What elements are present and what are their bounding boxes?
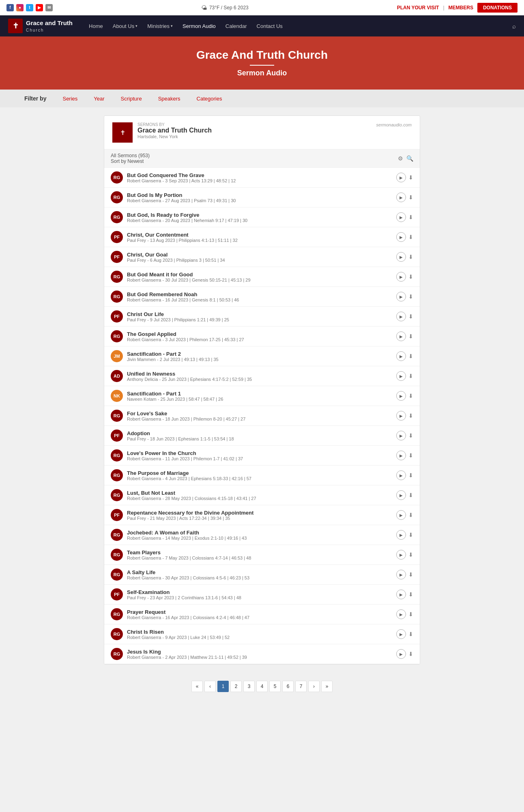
instagram-icon[interactable]: ● [16, 4, 24, 11]
play-button[interactable]: ▶ [396, 451, 406, 460]
download-icon[interactable]: ⬇ [408, 452, 413, 459]
nav-home[interactable]: Home [85, 21, 107, 32]
download-icon[interactable]: ⬇ [408, 651, 413, 657]
first-page-button[interactable]: « [191, 681, 203, 692]
download-icon[interactable]: ⬇ [408, 234, 413, 240]
download-icon[interactable]: ⬇ [408, 611, 413, 618]
page-4-button[interactable]: 4 [256, 681, 268, 692]
filter-control-icon[interactable]: ⚙ [398, 155, 403, 162]
download-icon[interactable]: ⬇ [408, 353, 413, 359]
play-button[interactable]: ▶ [396, 649, 406, 659]
prev-page-button[interactable]: ‹ [204, 681, 216, 692]
download-icon[interactable]: ⬇ [408, 214, 413, 220]
play-button[interactable]: ▶ [396, 212, 406, 222]
play-button[interactable]: ▶ [396, 391, 406, 401]
page-3-button[interactable]: 3 [243, 681, 255, 692]
page-7-button[interactable]: 7 [295, 681, 307, 692]
download-icon[interactable]: ⬇ [408, 333, 413, 340]
sermon-title: But God, Is Ready to Forgive [127, 212, 392, 218]
sermon-meta: Robert Gianserra - 28 May 2023 | Colossi… [127, 496, 392, 501]
download-icon[interactable]: ⬇ [408, 174, 413, 181]
members-link[interactable]: MEMBERS [449, 5, 473, 11]
download-icon[interactable]: ⬇ [408, 591, 413, 598]
search-icon[interactable]: ⌕ [512, 23, 516, 30]
play-button[interactable]: ▶ [396, 411, 406, 421]
sermon-row: RG Love's Power In the Church Robert Gia… [104, 446, 420, 466]
filter-categories[interactable]: Categories [197, 96, 222, 102]
page-6-button[interactable]: 6 [282, 681, 294, 692]
search-control-icon[interactable]: 🔍 [406, 155, 413, 162]
download-icon[interactable]: ⬇ [408, 472, 413, 479]
download-icon[interactable]: ⬇ [408, 532, 413, 538]
facebook-icon[interactable]: f [6, 4, 14, 11]
sermon-actions: ▶ ⬇ [396, 590, 413, 599]
twitter-icon[interactable]: t [26, 4, 33, 11]
play-button[interactable]: ▶ [396, 550, 406, 560]
download-icon[interactable]: ⬇ [408, 492, 413, 498]
nav-calendar[interactable]: Calendar [221, 21, 251, 32]
page-2-button[interactable]: 2 [230, 681, 242, 692]
download-icon[interactable]: ⬇ [408, 631, 413, 637]
play-button[interactable]: ▶ [396, 609, 406, 619]
page-1-button[interactable]: 1 [217, 681, 229, 692]
hero-subtitle: Sermon Audio [8, 69, 516, 77]
nav-logo[interactable]: ✝ Grace and Truth Church [8, 19, 73, 33]
play-button[interactable]: ▶ [396, 192, 406, 202]
nav-contact-us[interactable]: Contact Us [253, 21, 287, 32]
play-button[interactable]: ▶ [396, 490, 406, 500]
play-button[interactable]: ▶ [396, 570, 406, 579]
play-button[interactable]: ▶ [396, 252, 406, 262]
play-button[interactable]: ▶ [396, 331, 406, 341]
play-button[interactable]: ▶ [396, 232, 406, 242]
download-icon[interactable]: ⬇ [408, 274, 413, 280]
nav-sermon-audio[interactable]: Sermon Audio [178, 21, 220, 32]
sermon-info: Love's Power In the Church Robert Gianse… [127, 450, 392, 461]
top-bar: f ● t ▶ ✉ 🌤 73°F / Sep 6 2023 PLAN YOUR … [0, 0, 524, 15]
play-button[interactable]: ▶ [396, 510, 406, 520]
nav-ministries[interactable]: Ministries ▾ [143, 21, 177, 32]
download-icon[interactable]: ⬇ [408, 313, 413, 320]
sermon-actions: ▶ ⬇ [396, 431, 413, 440]
play-button[interactable]: ▶ [396, 312, 406, 321]
sermon-meta: Robert Gianserra - 20 Aug 2023 | Nehemia… [127, 218, 392, 223]
download-icon[interactable]: ⬇ [408, 512, 413, 518]
nav-about-us[interactable]: About Us ▾ [109, 21, 142, 32]
sermon-meta: Robert Gianserra - 14 May 2023 | Exodus … [127, 536, 392, 541]
plan-visit-link[interactable]: PLAN YOUR VISIT [397, 5, 439, 11]
download-icon[interactable]: ⬇ [408, 254, 413, 260]
sermon-row: RG But God Meant it for Good Robert Gian… [104, 267, 420, 287]
sermon-info: Adoption Paul Frey - 18 Jun 2023 | Ephes… [127, 430, 392, 441]
filter-series[interactable]: Series [62, 96, 77, 102]
play-button[interactable]: ▶ [396, 590, 406, 599]
sermon-header-left: ✝ SERMONS BY Grace and Truth Church Hart… [112, 122, 212, 143]
download-icon[interactable]: ⬇ [408, 293, 413, 300]
filter-scripture[interactable]: Scripture [121, 96, 142, 102]
play-button[interactable]: ▶ [396, 351, 406, 361]
download-icon[interactable]: ⬇ [408, 412, 413, 419]
email-icon[interactable]: ✉ [45, 4, 53, 11]
download-icon[interactable]: ⬇ [408, 551, 413, 558]
play-button[interactable]: ▶ [396, 173, 406, 182]
play-button[interactable]: ▶ [396, 371, 406, 381]
sermon-avatar: PF [111, 588, 123, 600]
download-icon[interactable]: ⬇ [408, 571, 413, 578]
youtube-icon[interactable]: ▶ [36, 4, 43, 11]
download-icon[interactable]: ⬇ [408, 432, 413, 439]
download-icon[interactable]: ⬇ [408, 393, 413, 399]
sermon-avatar: RG [111, 271, 123, 283]
play-button[interactable]: ▶ [396, 292, 406, 301]
play-button[interactable]: ▶ [396, 629, 406, 639]
play-button[interactable]: ▶ [396, 530, 406, 540]
play-button[interactable]: ▶ [396, 431, 406, 440]
filter-year[interactable]: Year [94, 96, 104, 102]
play-button[interactable]: ▶ [396, 272, 406, 282]
sermon-row: PF Christ, Our Goal Paul Frey - 6 Aug 20… [104, 247, 420, 267]
play-button[interactable]: ▶ [396, 470, 406, 480]
download-icon[interactable]: ⬇ [408, 194, 413, 201]
filter-speakers[interactable]: Speakers [158, 96, 180, 102]
page-5-button[interactable]: 5 [269, 681, 281, 692]
last-page-button[interactable]: » [321, 681, 333, 692]
next-page-button[interactable]: › [308, 681, 320, 692]
donations-button[interactable]: DONATIONS [477, 3, 518, 13]
download-icon[interactable]: ⬇ [408, 373, 413, 379]
